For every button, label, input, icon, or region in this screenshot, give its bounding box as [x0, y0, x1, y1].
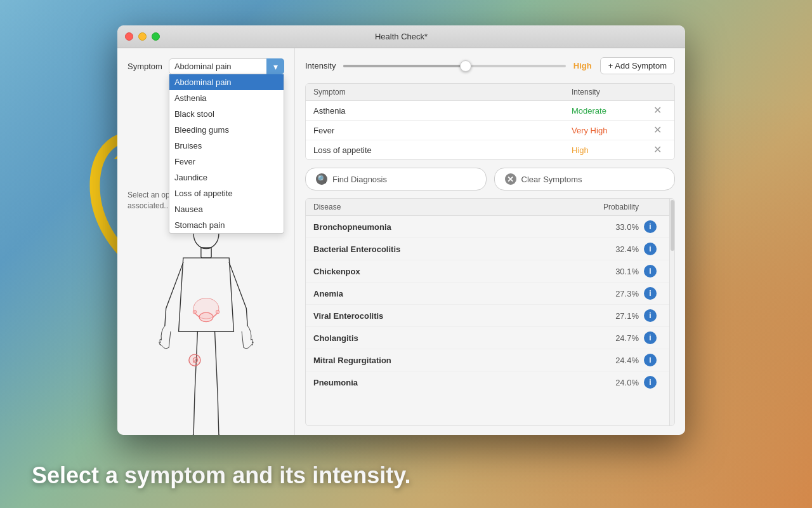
symptom-row-asthenia: Asthenia Moderate ✕: [306, 101, 674, 121]
info-icon[interactable]: i: [644, 331, 657, 344]
body-diagram: ∅: [143, 217, 270, 435]
remove-loa-button[interactable]: ✕: [653, 145, 662, 155]
symptom-row: Symptom Abdominal pain Abdominal pain As…: [128, 58, 284, 74]
symptom-row-fever: Fever Very High ✕: [306, 121, 674, 140]
remove-loa-action: ✕: [648, 145, 667, 155]
info-icon[interactable]: i: [644, 309, 657, 322]
disease-prob: 27.1%: [582, 311, 639, 321]
dropdown-item-0[interactable]: Abdominal pain: [169, 74, 284, 90]
dropdown-item-8[interactable]: Nausea: [169, 201, 284, 217]
dropdown-item-6[interactable]: Jaundice: [169, 170, 284, 185]
intensity-asthenia: Moderate: [572, 106, 648, 116]
dropdown-item-1[interactable]: Asthenia: [169, 90, 284, 106]
clear-symptoms-label: Clear Symptoms: [521, 175, 582, 184]
dropdown-item-7[interactable]: Loss of appetite: [169, 185, 284, 201]
info-icon[interactable]: i: [644, 265, 657, 277]
disease-row-cholangitis: Cholangitis 24.7% i: [306, 327, 669, 349]
minimize-button[interactable]: [138, 32, 147, 41]
disease-prob: 27.3%: [582, 289, 639, 298]
intensity-col-header: Intensity: [572, 88, 648, 97]
symptom-col-header: Symptom: [313, 88, 572, 97]
remove-fever-button[interactable]: ✕: [653, 125, 662, 135]
disease-info-action: i: [639, 331, 662, 344]
close-button[interactable]: [125, 32, 133, 41]
action-buttons-row: 🔍 Find Diagnosis ✕ Clear Symptoms: [305, 168, 675, 190]
window-title: Health Check*: [375, 32, 428, 41]
disease-prob: 24.0%: [582, 378, 639, 387]
disease-info-action: i: [639, 265, 662, 277]
disease-row-bacterial-enterocolitis: Bacterial Enterocolitis 32.4% i: [306, 238, 669, 260]
info-icon[interactable]: i: [644, 354, 657, 366]
disease-name: Bacterial Enterocolitis: [313, 244, 582, 254]
disease-info-action: i: [639, 220, 662, 233]
dropdown-item-4[interactable]: Bruises: [169, 138, 284, 154]
disease-name: Pneumonia: [313, 378, 582, 387]
symptom-dropdown-wrapper: Abdominal pain Abdominal pain Asthenia B…: [169, 58, 284, 74]
remove-asthenia-button[interactable]: ✕: [653, 105, 662, 116]
svg-point-7: [193, 310, 196, 313]
disease-info-action: i: [639, 309, 662, 322]
dropdown-item-3[interactable]: Bleeding gums: [169, 122, 284, 138]
info-icon[interactable]: i: [644, 243, 657, 255]
disease-row-bronchopneumonia: Bronchopneumonia 33.0% i: [306, 216, 669, 238]
disease-prob: 33.0%: [582, 222, 639, 232]
disease-prob: 32.4%: [582, 244, 639, 254]
intensity-slider-track: [343, 65, 565, 67]
disease-prob: 24.4%: [582, 356, 639, 365]
svg-text:∅: ∅: [192, 356, 199, 363]
slider-thumb: [460, 60, 471, 72]
disease-info-action: i: [639, 376, 662, 389]
body-image-container: ∅: [128, 217, 284, 435]
info-icon[interactable]: i: [644, 220, 657, 233]
intensity-loss-of-appetite: High: [572, 145, 648, 155]
disease-row-mitral-regurgitation: Mitral Regurgitation 24.4% i: [306, 349, 669, 371]
info-icon[interactable]: i: [644, 287, 657, 300]
disease-name: Anemia: [313, 289, 582, 298]
disease-info-action: i: [639, 354, 662, 366]
symptom-name-fever: Fever: [313, 126, 572, 135]
selected-symptom-text: Abdominal pain: [174, 62, 232, 71]
disease-info-action: i: [639, 287, 662, 300]
dropdown-item-9[interactable]: Stomach pain: [169, 217, 284, 233]
disease-table-header: Disease Probability: [306, 199, 669, 216]
traffic-lights: [125, 32, 160, 41]
intensity-label: Intensity: [305, 61, 336, 70]
disease-prob: 24.7%: [582, 333, 639, 343]
disease-info-action: i: [639, 243, 662, 255]
app-window: Health Check* Symptom Abdominal pain Abd…: [117, 25, 685, 435]
disease-name: Viral Enterocolitis: [313, 311, 582, 321]
symptom-label: Symptom: [128, 62, 162, 71]
left-panel: Symptom Abdominal pain Abdominal pain As…: [117, 48, 295, 435]
fullscreen-button[interactable]: [152, 32, 160, 41]
dropdown-list: Abdominal pain Asthenia Black stool Blee…: [169, 74, 284, 234]
right-panel: Intensity High + Add Symptom Symptom Int…: [295, 48, 685, 435]
clear-icon: ✕: [505, 173, 516, 185]
disease-col-header: Disease: [313, 203, 582, 211]
disease-row-anemia: Anemia 27.3% i: [306, 283, 669, 305]
symptom-dropdown[interactable]: Abdominal pain: [169, 58, 284, 74]
clear-symptoms-button[interactable]: ✕ Clear Symptoms: [494, 168, 676, 190]
intensity-fever: Very High: [572, 126, 648, 135]
window-body: Symptom Abdominal pain Abdominal pain As…: [117, 48, 685, 435]
intensity-value: High: [573, 61, 593, 70]
dropdown-item-5[interactable]: Fever: [169, 154, 284, 170]
disease-name: Bronchopneumonia: [313, 222, 582, 232]
intensity-slider-container: [343, 65, 565, 67]
disease-prob: 30.1%: [582, 267, 639, 276]
find-diagnosis-label: Find Diagnosis: [332, 175, 387, 184]
dropdown-item-2[interactable]: Black stool: [169, 106, 284, 122]
info-col-header: [639, 203, 662, 211]
disease-row-pneumonia: Pneumonia 24.0% i: [306, 371, 669, 393]
scrollbar-thumb[interactable]: [671, 200, 674, 251]
info-icon[interactable]: i: [644, 376, 657, 389]
symptom-row-loss-of-appetite: Loss of appetite High ✕: [306, 140, 674, 159]
disease-table-wrapper: Disease Probability Bronchopneumonia 33.…: [305, 198, 675, 426]
symptom-name-loss-of-appetite: Loss of appetite: [313, 145, 572, 155]
find-diagnosis-button[interactable]: 🔍 Find Diagnosis: [305, 168, 487, 190]
symptom-name-asthenia: Asthenia: [313, 106, 572, 116]
scrollbar[interactable]: [669, 199, 674, 425]
disease-table: Disease Probability Bronchopneumonia 33.…: [306, 199, 669, 425]
svg-point-4: [199, 312, 213, 321]
add-symptom-button[interactable]: + Add Symptom: [600, 57, 675, 74]
disease-name: Chickenpox: [313, 267, 582, 276]
